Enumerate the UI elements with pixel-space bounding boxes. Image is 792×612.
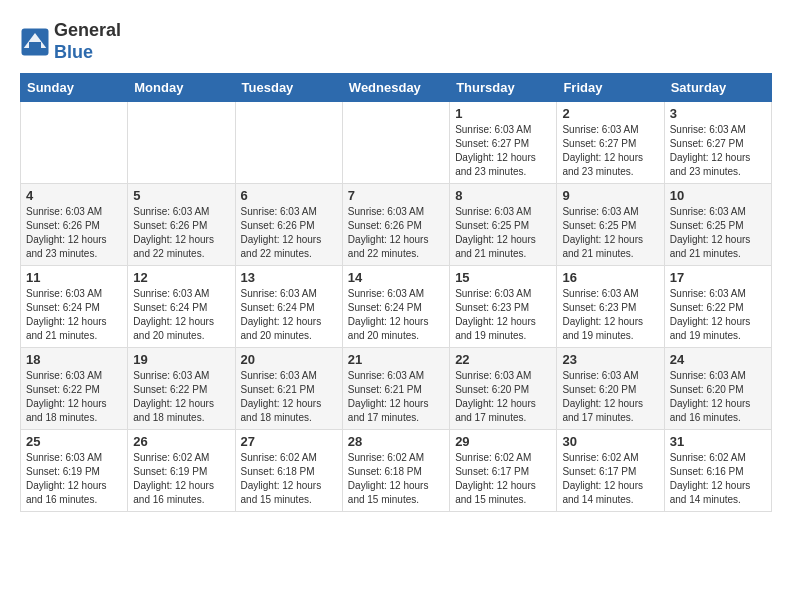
sunset: Sunset: 6:24 PM	[241, 302, 315, 313]
daylight: Daylight: 12 hours and 15 minutes.	[455, 480, 536, 505]
calendar-day-cell: 2 Sunrise: 6:03 AM Sunset: 6:27 PM Dayli…	[557, 102, 664, 184]
day-number: 29	[455, 434, 551, 449]
sunrise: Sunrise: 6:03 AM	[562, 206, 638, 217]
calendar-day-cell: 5 Sunrise: 6:03 AM Sunset: 6:26 PM Dayli…	[128, 184, 235, 266]
day-info: Sunrise: 6:02 AM Sunset: 6:16 PM Dayligh…	[670, 451, 766, 507]
day-number: 22	[455, 352, 551, 367]
sunrise: Sunrise: 6:02 AM	[562, 452, 638, 463]
day-info: Sunrise: 6:03 AM Sunset: 6:24 PM Dayligh…	[26, 287, 122, 343]
sunrise: Sunrise: 6:03 AM	[670, 370, 746, 381]
calendar-day-cell: 18 Sunrise: 6:03 AM Sunset: 6:22 PM Dayl…	[21, 348, 128, 430]
day-number: 25	[26, 434, 122, 449]
logo-blue: Blue	[54, 42, 93, 62]
sunset: Sunset: 6:24 PM	[133, 302, 207, 313]
day-number: 20	[241, 352, 337, 367]
sunset: Sunset: 6:16 PM	[670, 466, 744, 477]
sunset: Sunset: 6:25 PM	[455, 220, 529, 231]
sunrise: Sunrise: 6:03 AM	[348, 206, 424, 217]
day-number: 28	[348, 434, 444, 449]
calendar-week-row: 25 Sunrise: 6:03 AM Sunset: 6:19 PM Dayl…	[21, 430, 772, 512]
day-info: Sunrise: 6:02 AM Sunset: 6:18 PM Dayligh…	[241, 451, 337, 507]
day-number: 1	[455, 106, 551, 121]
calendar-day-cell: 27 Sunrise: 6:02 AM Sunset: 6:18 PM Dayl…	[235, 430, 342, 512]
sunrise: Sunrise: 6:03 AM	[562, 288, 638, 299]
sunset: Sunset: 6:21 PM	[348, 384, 422, 395]
sunset: Sunset: 6:20 PM	[670, 384, 744, 395]
sunset: Sunset: 6:24 PM	[26, 302, 100, 313]
day-info: Sunrise: 6:03 AM Sunset: 6:21 PM Dayligh…	[241, 369, 337, 425]
header-sunday: Sunday	[21, 74, 128, 102]
day-info: Sunrise: 6:03 AM Sunset: 6:23 PM Dayligh…	[455, 287, 551, 343]
calendar-day-cell: 21 Sunrise: 6:03 AM Sunset: 6:21 PM Dayl…	[342, 348, 449, 430]
day-number: 16	[562, 270, 658, 285]
calendar-day-cell: 13 Sunrise: 6:03 AM Sunset: 6:24 PM Dayl…	[235, 266, 342, 348]
day-number: 13	[241, 270, 337, 285]
calendar-day-cell: 23 Sunrise: 6:03 AM Sunset: 6:20 PM Dayl…	[557, 348, 664, 430]
sunrise: Sunrise: 6:02 AM	[348, 452, 424, 463]
day-info: Sunrise: 6:03 AM Sunset: 6:20 PM Dayligh…	[562, 369, 658, 425]
sunset: Sunset: 6:21 PM	[241, 384, 315, 395]
daylight: Daylight: 12 hours and 23 minutes.	[26, 234, 107, 259]
sunset: Sunset: 6:19 PM	[133, 466, 207, 477]
sunrise: Sunrise: 6:03 AM	[670, 124, 746, 135]
header-monday: Monday	[128, 74, 235, 102]
calendar-day-cell	[235, 102, 342, 184]
day-info: Sunrise: 6:03 AM Sunset: 6:23 PM Dayligh…	[562, 287, 658, 343]
sunset: Sunset: 6:17 PM	[455, 466, 529, 477]
calendar-day-cell: 9 Sunrise: 6:03 AM Sunset: 6:25 PM Dayli…	[557, 184, 664, 266]
daylight: Daylight: 12 hours and 19 minutes.	[562, 316, 643, 341]
daylight: Daylight: 12 hours and 18 minutes.	[241, 398, 322, 423]
day-info: Sunrise: 6:03 AM Sunset: 6:26 PM Dayligh…	[348, 205, 444, 261]
logo-icon	[20, 27, 50, 57]
day-number: 30	[562, 434, 658, 449]
calendar-day-cell: 1 Sunrise: 6:03 AM Sunset: 6:27 PM Dayli…	[450, 102, 557, 184]
calendar-day-cell: 12 Sunrise: 6:03 AM Sunset: 6:24 PM Dayl…	[128, 266, 235, 348]
day-info: Sunrise: 6:03 AM Sunset: 6:19 PM Dayligh…	[26, 451, 122, 507]
daylight: Daylight: 12 hours and 23 minutes.	[562, 152, 643, 177]
daylight: Daylight: 12 hours and 22 minutes.	[348, 234, 429, 259]
weekday-header-row: Sunday Monday Tuesday Wednesday Thursday…	[21, 74, 772, 102]
day-number: 8	[455, 188, 551, 203]
sunset: Sunset: 6:27 PM	[455, 138, 529, 149]
sunrise: Sunrise: 6:03 AM	[133, 206, 209, 217]
day-info: Sunrise: 6:03 AM Sunset: 6:27 PM Dayligh…	[562, 123, 658, 179]
day-info: Sunrise: 6:03 AM Sunset: 6:25 PM Dayligh…	[562, 205, 658, 261]
daylight: Daylight: 12 hours and 14 minutes.	[670, 480, 751, 505]
sunrise: Sunrise: 6:03 AM	[562, 124, 638, 135]
day-info: Sunrise: 6:03 AM Sunset: 6:22 PM Dayligh…	[133, 369, 229, 425]
day-info: Sunrise: 6:03 AM Sunset: 6:27 PM Dayligh…	[670, 123, 766, 179]
calendar-day-cell: 19 Sunrise: 6:03 AM Sunset: 6:22 PM Dayl…	[128, 348, 235, 430]
daylight: Daylight: 12 hours and 20 minutes.	[133, 316, 214, 341]
day-info: Sunrise: 6:02 AM Sunset: 6:18 PM Dayligh…	[348, 451, 444, 507]
calendar-day-cell: 14 Sunrise: 6:03 AM Sunset: 6:24 PM Dayl…	[342, 266, 449, 348]
sunrise: Sunrise: 6:03 AM	[26, 288, 102, 299]
daylight: Daylight: 12 hours and 17 minutes.	[562, 398, 643, 423]
day-info: Sunrise: 6:03 AM Sunset: 6:22 PM Dayligh…	[26, 369, 122, 425]
day-info: Sunrise: 6:02 AM Sunset: 6:17 PM Dayligh…	[455, 451, 551, 507]
sunset: Sunset: 6:26 PM	[348, 220, 422, 231]
day-number: 7	[348, 188, 444, 203]
sunrise: Sunrise: 6:02 AM	[133, 452, 209, 463]
calendar-day-cell: 17 Sunrise: 6:03 AM Sunset: 6:22 PM Dayl…	[664, 266, 771, 348]
daylight: Daylight: 12 hours and 16 minutes.	[670, 398, 751, 423]
daylight: Daylight: 12 hours and 14 minutes.	[562, 480, 643, 505]
header-friday: Friday	[557, 74, 664, 102]
sunrise: Sunrise: 6:03 AM	[455, 124, 531, 135]
calendar-week-row: 4 Sunrise: 6:03 AM Sunset: 6:26 PM Dayli…	[21, 184, 772, 266]
calendar-table: Sunday Monday Tuesday Wednesday Thursday…	[20, 73, 772, 512]
day-number: 17	[670, 270, 766, 285]
sunrise: Sunrise: 6:03 AM	[133, 288, 209, 299]
day-info: Sunrise: 6:03 AM Sunset: 6:21 PM Dayligh…	[348, 369, 444, 425]
sunrise: Sunrise: 6:03 AM	[241, 206, 317, 217]
day-number: 26	[133, 434, 229, 449]
day-number: 6	[241, 188, 337, 203]
daylight: Daylight: 12 hours and 15 minutes.	[348, 480, 429, 505]
sunrise: Sunrise: 6:03 AM	[26, 370, 102, 381]
sunrise: Sunrise: 6:03 AM	[670, 288, 746, 299]
day-number: 18	[26, 352, 122, 367]
day-number: 5	[133, 188, 229, 203]
header-wednesday: Wednesday	[342, 74, 449, 102]
day-info: Sunrise: 6:03 AM Sunset: 6:26 PM Dayligh…	[133, 205, 229, 261]
calendar-day-cell: 25 Sunrise: 6:03 AM Sunset: 6:19 PM Dayl…	[21, 430, 128, 512]
day-number: 12	[133, 270, 229, 285]
